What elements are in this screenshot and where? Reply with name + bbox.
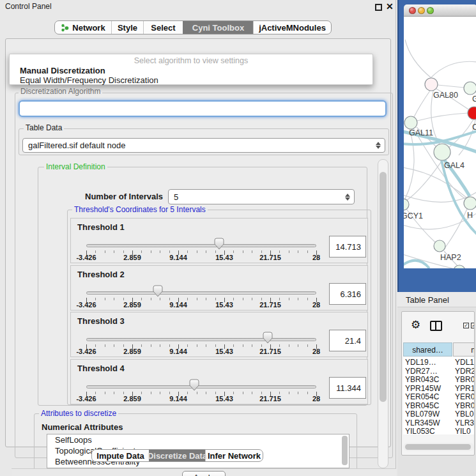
threshold-slider-track[interactable] — [86, 338, 316, 341]
table-column-header[interactable]: shared… — [403, 342, 452, 357]
checkbox-icon[interactable]: ✓ — [463, 323, 469, 328]
slider-tick-label: 21.715 — [259, 301, 281, 309]
network-window-titlebar[interactable] — [404, 4, 476, 17]
threshold-value-input[interactable]: 21.4 — [329, 330, 366, 351]
checkbox-icon[interactable]: ✓ — [471, 323, 475, 328]
network-node-ga[interactable] — [464, 82, 476, 95]
threshold-slider-track[interactable] — [86, 385, 316, 388]
table-cell[interactable]: YBL0 — [455, 410, 473, 419]
network-node-h[interactable] — [464, 197, 476, 210]
slider-tick — [298, 344, 298, 347]
slider-tick — [233, 298, 234, 300]
tab-style[interactable]: Style — [111, 21, 143, 34]
float-window-icon[interactable] — [375, 4, 382, 11]
threshold-slider-track[interactable] — [86, 244, 316, 247]
tab-jactivemnodules[interactable]: jActiveMNodules — [253, 21, 331, 34]
table-cell[interactable]: YBR0 — [455, 376, 475, 385]
table-cell[interactable]: YDL1 — [455, 358, 474, 367]
scrollbar-thumb[interactable] — [405, 444, 471, 450]
tab-label: jActiveMNodules — [259, 23, 326, 33]
table-cell[interactable]: YBL079W — [405, 410, 440, 419]
tab-select[interactable]: Select — [143, 21, 183, 34]
table-horizontal-scrollbar[interactable] — [403, 443, 474, 451]
threshold-slider-track[interactable] — [86, 291, 316, 295]
slider-tick-label: 21.715 — [259, 254, 281, 261]
table-cell[interactable]: YER054C — [405, 393, 439, 402]
network-canvas[interactable]: GAL80GACGAL11GAL4GCY1HHAP2 — [404, 17, 476, 268]
network-node-gal80[interactable] — [425, 78, 438, 91]
table-cell[interactable]: YIL053C — [405, 427, 435, 434]
scrollbar-thumb[interactable] — [380, 172, 387, 402]
table-cell[interactable]: YDR2 — [455, 367, 475, 376]
table-cell[interactable]: YBR045C — [405, 402, 439, 411]
threshold-slider-thumb[interactable] — [263, 332, 273, 344]
network-edge — [405, 129, 414, 199]
algorithm-option[interactable]: Equal Width/Frequency Discretization — [20, 75, 158, 85]
threshold-value-input[interactable]: 6.316 — [329, 283, 366, 305]
tab-impute-data[interactable]: Impute Data — [92, 450, 149, 461]
network-node-label: GAL11 — [409, 128, 433, 137]
slider-tick — [105, 298, 105, 300]
threshold-slider-thumb[interactable] — [214, 238, 224, 250]
slider-tick — [261, 298, 262, 300]
slider-tick — [298, 392, 298, 394]
table-cell[interactable]: YIL0 — [455, 427, 471, 434]
settings-vertical-scrollbar[interactable] — [378, 159, 388, 468]
algorithm-combobox[interactable] — [19, 100, 387, 117]
algorithm-option[interactable]: Manual Discretization — [20, 66, 105, 75]
slider-tick — [141, 250, 142, 253]
close-icon[interactable]: ✕ — [386, 1, 394, 12]
slider-tick — [307, 250, 308, 253]
bottom-tab-bar: Impute DataDiscretize DataInfer Network — [91, 449, 263, 462]
table-cell[interactable]: YLR345W — [405, 419, 440, 428]
slider-tick — [215, 250, 216, 253]
minimize-traffic-light[interactable] — [418, 7, 425, 14]
tab-infer-network[interactable]: Infer Network — [205, 450, 263, 461]
table-cell[interactable]: YBR0 — [455, 402, 475, 411]
apply-button[interactable]: Apply — [182, 471, 226, 476]
tab-network[interactable]: Network — [55, 21, 111, 34]
slider-tick — [123, 392, 124, 394]
split-columns-icon[interactable] — [430, 321, 442, 331]
attributes-group-title: Attributes to discretize — [39, 410, 118, 418]
attribute-list-item[interactable]: SelfLoops — [47, 434, 349, 445]
threshold-slider-thumb[interactable] — [153, 285, 163, 297]
table-column-header[interactable]: na — [453, 342, 475, 357]
list-scrollbar-thumb[interactable] — [342, 436, 348, 465]
table-data-combobox[interactable]: galFiltered.sif default node — [22, 138, 385, 153]
slider-tick — [197, 392, 197, 394]
network-node-hap2[interactable] — [434, 240, 445, 252]
slider-tick — [261, 250, 262, 253]
close-traffic-light[interactable] — [409, 7, 416, 14]
slider-tick — [261, 392, 262, 394]
number-of-intervals-combobox[interactable]: 5 — [168, 189, 355, 204]
slider-tick — [151, 250, 151, 253]
table-cell[interactable]: YDR27… — [405, 367, 438, 376]
slider-tick-label: -3.426 — [76, 301, 96, 309]
network-node-label: C — [472, 123, 476, 132]
zoom-traffic-light[interactable] — [427, 7, 434, 14]
network-node-c[interactable] — [468, 107, 476, 119]
slider-tick — [243, 392, 243, 394]
slider-tick — [169, 298, 170, 300]
threshold-label: Threshold 2 — [77, 270, 125, 279]
table-cell[interactable]: YDL19… — [405, 358, 436, 367]
threshold-value-input[interactable]: 11.344 — [329, 377, 366, 399]
slider-tick — [105, 250, 105, 253]
table-cell[interactable]: YPR145W — [405, 385, 441, 394]
settings-gear-icon[interactable]: ⚙ — [411, 319, 420, 330]
tab-cyni-toolbox[interactable]: Cyni Toolbox — [183, 21, 253, 34]
slider-tick-label: 2.859 — [123, 254, 141, 261]
network-node-gcy1[interactable] — [404, 199, 409, 210]
network-node-gal4[interactable] — [434, 144, 450, 160]
table-cell[interactable]: YBR043C — [405, 376, 439, 385]
threshold-value-input[interactable]: 14.713 — [329, 236, 366, 257]
table-cell[interactable]: YER0 — [455, 393, 475, 402]
table-cell[interactable]: YLR3 — [455, 419, 474, 428]
threshold-slider-thumb[interactable] — [189, 379, 199, 391]
tab-discretize-data[interactable]: Discretize Data — [149, 450, 205, 461]
combo-updown-icon — [345, 190, 350, 204]
network-node-gal11[interactable] — [404, 116, 417, 129]
network-node[interactable] — [454, 265, 465, 268]
table-cell[interactable]: YPR1 — [455, 385, 475, 394]
